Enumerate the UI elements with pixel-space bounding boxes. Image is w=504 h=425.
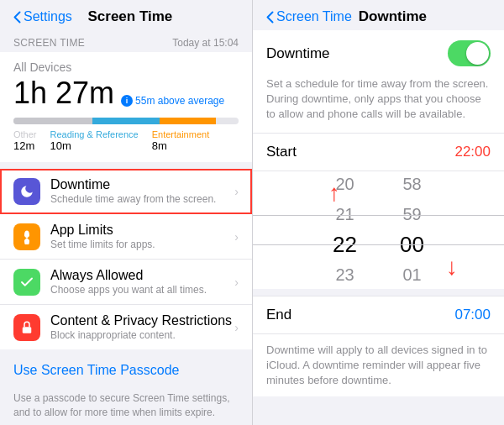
usage-card[interactable]: All Devices 1h 27m i 55m above average O… [0, 52, 252, 162]
svg-rect-0 [23, 327, 32, 333]
end-value: 07:00 [454, 307, 491, 323]
moon-icon [19, 184, 34, 199]
right-panel: Screen Time Downtime Downtime Set a sche… [252, 0, 504, 425]
start-label: Start [266, 144, 297, 160]
downtime-description: Set a schedule for time away from the sc… [253, 76, 504, 134]
bar-reading [92, 118, 160, 124]
privacy-icon [13, 314, 40, 341]
bar-entertainment [160, 118, 216, 124]
start-value: 22:00 [454, 144, 491, 160]
all-devices-label: All Devices [13, 60, 239, 74]
applimits-text: App Limits Set time limits for apps. [50, 223, 234, 250]
hour-23: 23 [312, 260, 379, 289]
alwaysallowed-chevron: › [234, 275, 239, 289]
min-58: 58 [379, 171, 446, 200]
hourglass-icon [19, 229, 34, 244]
min-01: 01 [379, 260, 446, 289]
applimits-title: App Limits [50, 223, 234, 238]
settings-back-button[interactable]: Settings [13, 9, 72, 24]
label-reading: Reading & Reference 10m [50, 129, 139, 152]
privacy-text: Content & Privacy Restrictions Block ina… [50, 313, 234, 341]
usage-time-value: 1h 27m [13, 76, 114, 111]
label-entertainment: Entertainment 8m [152, 129, 209, 152]
right-back-label: Screen Time [276, 9, 352, 24]
alwaysallowed-title: Always Allowed [50, 268, 234, 283]
hour-20: 20 [312, 171, 379, 200]
section-label: SCREEN TIME [13, 37, 85, 49]
bar-other [13, 118, 92, 124]
downtime-title: Downtime [50, 177, 234, 192]
left-nav-title: Screen Time [72, 8, 188, 25]
left-panel: Settings Screen Time SCREEN TIME Today a… [0, 0, 252, 425]
downtime-toggle-section: Downtime Set a schedule for time away fr… [253, 30, 504, 134]
section-header: SCREEN TIME Today at 15:04 [0, 30, 252, 52]
picker-columns: 19 20 21 22 23 00 57 58 59 00 01 02 [253, 171, 504, 289]
privacy-chevron: › [234, 321, 239, 334]
end-label: End [266, 307, 291, 323]
start-time-row[interactable]: Start 22:00 [253, 134, 504, 171]
applimits-icon [13, 223, 40, 250]
menu-item-applimits[interactable]: App Limits Set time limits for apps. › [0, 214, 252, 260]
menu-item-downtime[interactable]: Downtime Schedule time away from the scr… [0, 169, 252, 214]
downtime-toggle-row[interactable]: Downtime [253, 30, 504, 76]
alwaysallowed-subtitle: Choose apps you want at all times. [50, 284, 234, 296]
passcode-link[interactable]: Use Screen Time Passcode [0, 349, 252, 391]
hour-21: 21 [312, 200, 379, 230]
downtime-subtitle: Schedule time away from the screen. [50, 193, 234, 205]
entertainment-cat: Entertainment [152, 129, 209, 139]
back-chevron-icon [13, 11, 21, 24]
downtime-toggle-switch[interactable] [448, 40, 491, 66]
min-00: 00 [379, 230, 446, 260]
hour-22: 22 [312, 230, 379, 260]
screentime-back-button[interactable]: Screen Time [266, 9, 352, 24]
time-picker[interactable]: 19 20 21 22 23 00 57 58 59 00 01 02 ↑ ↓ [253, 171, 504, 289]
downtime-chevron: › [234, 185, 239, 198]
end-time-row[interactable]: End 07:00 [253, 296, 504, 334]
usage-labels: Other 12m Reading & Reference 10m Entert… [13, 129, 239, 152]
hour-column[interactable]: 19 20 21 22 23 00 [312, 171, 379, 289]
right-back-chevron-icon [266, 11, 274, 24]
other-time: 12m [13, 139, 37, 152]
menu-item-privacy[interactable]: Content & Privacy Restrictions Block ina… [0, 305, 252, 349]
toggle-knob [466, 42, 489, 65]
downtime-toggle-label: Downtime [266, 45, 330, 62]
usage-avg: i 55m above average [121, 95, 224, 107]
other-cat: Other [13, 129, 37, 139]
section-time: Today at 15:04 [172, 37, 239, 49]
menu-item-alwaysallowed[interactable]: Always Allowed Choose apps you want at a… [0, 260, 252, 305]
right-nav-bar: Screen Time Downtime [253, 0, 504, 30]
circle-i-icon: i [121, 95, 133, 107]
usage-bar [13, 118, 239, 124]
reading-time: 10m [50, 139, 139, 152]
end-description: Downtime will apply to all devices signe… [253, 334, 504, 397]
lock-icon [19, 320, 34, 335]
passcode-desc: Use a passcode to secure Screen Time set… [0, 391, 252, 425]
right-nav-title: Downtime [359, 8, 491, 25]
label-other: Other 12m [13, 129, 37, 152]
checkmark-icon [19, 275, 34, 290]
minute-column[interactable]: 57 58 59 00 01 02 [379, 171, 446, 289]
applimits-subtitle: Set time limits for apps. [50, 239, 234, 250]
privacy-title: Content & Privacy Restrictions [50, 313, 234, 328]
menu-list: Downtime Schedule time away from the scr… [0, 169, 252, 349]
reading-cat: Reading & Reference [50, 129, 139, 139]
alwaysallowed-text: Always Allowed Choose apps you want at a… [50, 268, 234, 296]
entertainment-time: 8m [152, 139, 209, 152]
min-59: 59 [379, 200, 446, 230]
privacy-subtitle: Block inappropriate content. [50, 329, 234, 341]
back-label: Settings [24, 9, 72, 24]
downtime-text: Downtime Schedule time away from the scr… [50, 177, 234, 205]
downtime-icon [13, 178, 40, 205]
applimits-chevron: › [234, 230, 239, 244]
left-nav-bar: Settings Screen Time [0, 0, 252, 30]
alwaysallowed-icon [13, 269, 40, 296]
